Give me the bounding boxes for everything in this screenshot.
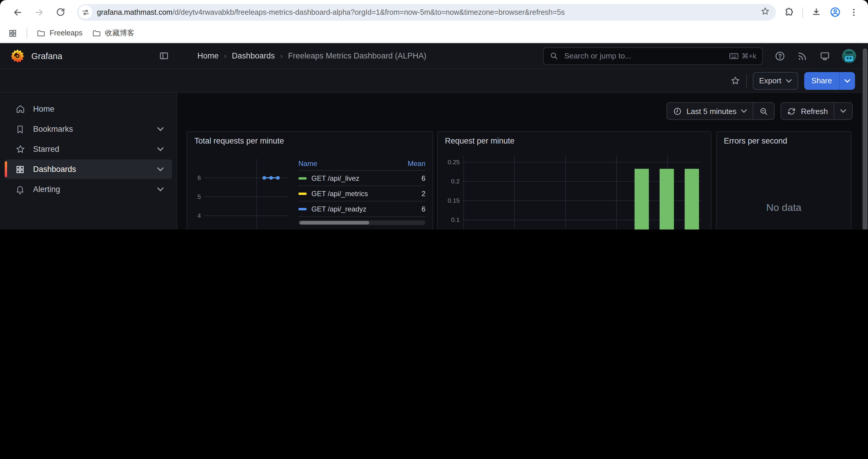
page-scrollbar: [862, 43, 868, 230]
favorite-star-icon[interactable]: [730, 76, 740, 86]
user-avatar[interactable]: [842, 49, 856, 63]
folder-icon: [92, 29, 101, 37]
back-icon[interactable]: [10, 4, 25, 20]
bookmark-folder-label: 收藏博客: [105, 28, 134, 38]
zoom-out-icon: [760, 107, 769, 116]
chevron-down-icon[interactable]: [157, 187, 164, 191]
bookmark-star-icon[interactable]: [761, 6, 770, 18]
legend-row: GET /api/_livez6: [299, 171, 426, 186]
bookmark-icon: [14, 124, 26, 134]
address-bar[interactable]: grafana.mathmast.com/d/deytv4rwavabkb/fr…: [77, 4, 776, 21]
url-text[interactable]: grafana.mathmast.com/d/deytv4rwavabkb/fr…: [97, 8, 756, 16]
forward-icon[interactable]: [31, 4, 47, 20]
export-button[interactable]: Export: [752, 72, 798, 90]
refresh-group: Refresh: [781, 102, 852, 120]
sidebar-item-alerting[interactable]: Alerting: [5, 179, 172, 199]
svg-text:5: 5: [197, 193, 201, 200]
refresh-button[interactable]: Refresh: [781, 103, 834, 119]
sidebar-item-label: Home: [33, 104, 172, 113]
panel-legend: NameMeanGET /api/_livez6GET /api/_metric…: [299, 157, 426, 225]
chevron-down-icon[interactable]: [157, 167, 164, 171]
bell-icon: [14, 185, 26, 194]
profile-icon[interactable]: [830, 6, 841, 18]
chevron-down-icon[interactable]: [157, 147, 164, 151]
bookmarks-bar: Freeleaps 收藏博客: [0, 24, 868, 42]
menu-kebab-icon[interactable]: [849, 7, 859, 17]
series-swatch: [299, 192, 307, 195]
panel-request-per-minute: Request per minute 0.250.20.150.10.05017…: [437, 131, 711, 230]
refresh-icon: [787, 107, 796, 116]
sidebar-item-label: Starred: [33, 145, 157, 154]
share-button[interactable]: Share: [804, 72, 839, 90]
sidebar-item-label: Bookmarks: [33, 125, 157, 133]
time-range-group: Last 5 minutes: [666, 102, 775, 120]
grafana-logo-icon[interactable]: [11, 49, 24, 63]
monitor-icon[interactable]: [819, 51, 830, 61]
share-label: Share: [812, 76, 832, 85]
legend-series-name[interactable]: GET /api/_readyz: [299, 205, 399, 213]
chevron-down-icon: [844, 79, 850, 83]
zoom-out-button[interactable]: [753, 103, 774, 119]
legend-row: GET /api/_metrics2: [299, 186, 426, 201]
svg-text:0.1: 0.1: [451, 216, 460, 223]
legend-scrollbar-thumb[interactable]: [300, 221, 370, 225]
legend-series-name[interactable]: GET /api/_metrics: [299, 189, 399, 198]
folder-icon: [37, 29, 45, 37]
search-shortcut: ⌘+k: [729, 52, 756, 60]
refresh-interval-button[interactable]: [834, 103, 852, 119]
chevron-down-icon: [840, 109, 846, 113]
search-box[interactable]: ⌘+k: [543, 47, 763, 65]
legend-col-header[interactable]: Mean: [399, 159, 426, 167]
legend-col-header[interactable]: Name: [299, 159, 399, 167]
news-rss-icon[interactable]: [797, 51, 808, 61]
search-input[interactable]: [563, 51, 729, 61]
legend-value: 6: [399, 174, 426, 182]
panel-title[interactable]: Request per minute: [438, 132, 711, 145]
svg-text:0.25: 0.25: [447, 159, 460, 165]
downloads-icon[interactable]: [811, 7, 821, 17]
refresh-label: Refresh: [801, 107, 828, 116]
reload-icon[interactable]: [53, 4, 68, 20]
dashboard-toolbar: Export Share: [0, 69, 868, 93]
chevron-down-icon: [741, 109, 747, 113]
time-range-picker[interactable]: Last 5 minutes: [667, 103, 753, 119]
bookmark-folder-label: Freeleaps: [50, 29, 83, 37]
sidebar-item-home[interactable]: Home: [5, 99, 172, 119]
share-menu-button[interactable]: [839, 72, 855, 90]
legend-series-name[interactable]: GET /api/_livez: [299, 174, 399, 182]
help-icon[interactable]: [775, 51, 785, 61]
panel-title[interactable]: Total requests per minute: [187, 132, 433, 145]
toolbar-divider: [802, 7, 803, 18]
breadcrumb-separator: ›: [280, 52, 283, 60]
request-per-minute-chart: 0.250.20.150.10.05017:37:0017:38:0017:39…: [442, 151, 706, 230]
svg-text:0.15: 0.15: [447, 197, 460, 204]
bookmark-folder-freeleaps[interactable]: Freeleaps: [37, 29, 83, 37]
sidebar-toggle-icon[interactable]: [159, 51, 169, 61]
sidebar-item-bookmarks[interactable]: Bookmarks: [5, 119, 172, 139]
extensions-icon[interactable]: [784, 7, 794, 17]
legend-value: 2: [399, 189, 426, 198]
scrollbar-thumb[interactable]: [862, 48, 867, 230]
breadcrumb-current-page: Freeleaps Metrics Dashboard (ALPHA): [288, 52, 426, 60]
breadcrumb-separator: ›: [224, 52, 226, 60]
keyboard-icon: [729, 52, 739, 59]
bookmark-folder-blogs[interactable]: 收藏博客: [92, 28, 134, 38]
series-swatch: [299, 208, 307, 210]
legend-header: NameMean: [299, 157, 426, 171]
total-requests-chart: 6543217:40: [191, 154, 292, 230]
browser-chrome: grafana.mathmast.com/d/deytv4rwavabkb/fr…: [0, 0, 868, 43]
time-range-label: Last 5 minutes: [687, 107, 737, 116]
apps-grid-icon[interactable]: [8, 29, 17, 37]
svg-text:0.2: 0.2: [451, 178, 460, 185]
panel-title[interactable]: Errors per second: [717, 132, 851, 145]
sidebar-item-label: Alerting: [33, 185, 157, 194]
sidebar-item-starred[interactable]: Starred: [5, 139, 172, 159]
site-settings-icon[interactable]: [79, 5, 92, 19]
grafana-body: Home Bookmarks Starred: [0, 93, 868, 230]
sidebar: Home Bookmarks Starred: [0, 93, 177, 230]
breadcrumb-home[interactable]: Home: [197, 52, 219, 60]
chevron-down-icon[interactable]: [157, 127, 164, 131]
sidebar-item-dashboards[interactable]: Dashboards: [5, 160, 172, 179]
brand-area: Grafana: [0, 49, 177, 63]
breadcrumb-dashboards[interactable]: Dashboards: [232, 52, 275, 60]
